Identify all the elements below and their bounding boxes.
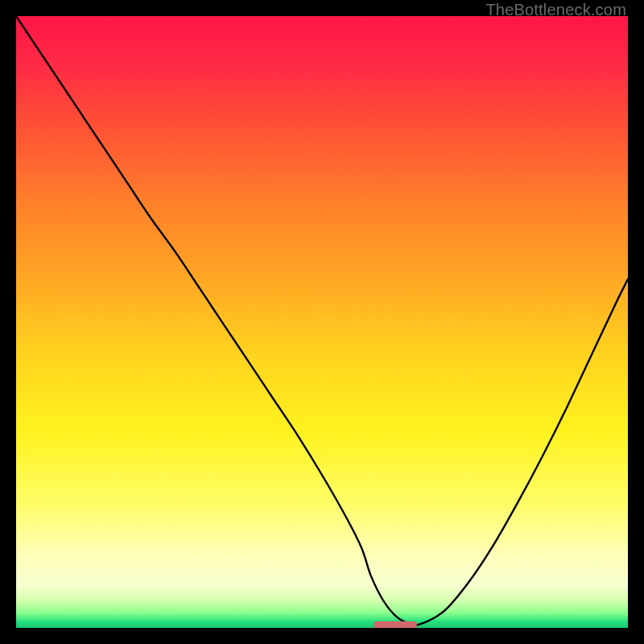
chart-svg bbox=[16, 16, 628, 628]
chart-frame: TheBottleneck.com bbox=[0, 0, 644, 644]
plot-area bbox=[16, 16, 628, 628]
gradient-background bbox=[16, 16, 628, 628]
optimal-marker bbox=[374, 621, 417, 628]
watermark-text: TheBottleneck.com bbox=[485, 1, 626, 19]
